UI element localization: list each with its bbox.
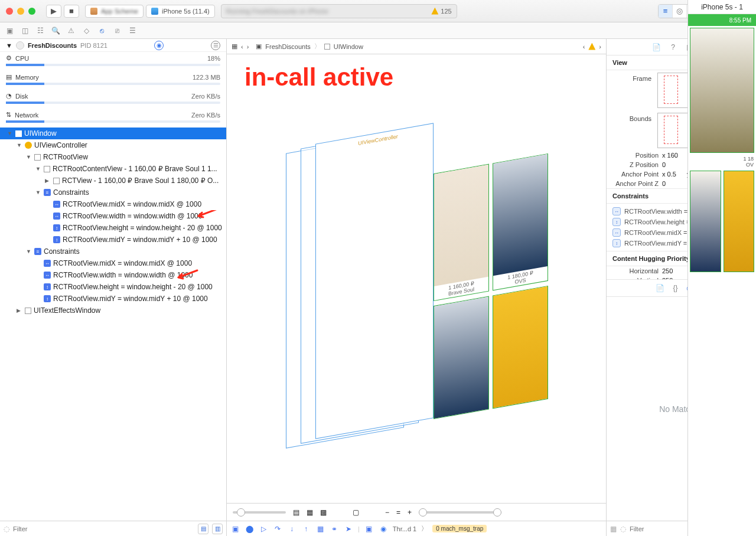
options-icon[interactable]: ☰ — [211, 41, 220, 50]
tree-constraint-height-2[interactable]: ↕RCTRootView.height = window.height - 20… — [0, 281, 226, 293]
device-selector[interactable]: iPhone 5s (11.4) — [146, 5, 215, 18]
standard-editor-icon[interactable]: ≡ — [659, 5, 673, 18]
breadcrumb-window-icon — [324, 44, 330, 50]
library-view-icon[interactable]: ▦ — [610, 525, 617, 533]
issues-indicator[interactable]: 125 — [431, 8, 451, 15]
product-card-4[interactable] — [493, 286, 548, 409]
disk-metric[interactable]: ◔DiskZero KB/s — [0, 90, 226, 109]
stack-frame[interactable]: 0 mach_msg_trap — [432, 525, 487, 532]
thread-label[interactable]: Thr...d 1 — [393, 525, 416, 532]
grid-icon[interactable]: ▦ — [232, 43, 237, 50]
cpu-metric[interactable]: ⚙CPU18% — [0, 52, 226, 71]
layout-icon-2[interactable]: ▦ — [307, 508, 313, 517]
test-icon[interactable]: ◇ — [82, 26, 91, 35]
assistant-editor-icon[interactable]: ◎ — [673, 5, 687, 18]
tree-constraint-height[interactable]: ↕RCTRootView.height = window.height - 20… — [0, 222, 226, 234]
close-window-icon[interactable] — [6, 8, 13, 15]
zoom-reset-icon[interactable]: = — [396, 508, 400, 517]
navigator-filter-input[interactable] — [13, 525, 194, 532]
back-icon[interactable]: ‹ — [241, 43, 243, 50]
step-over-icon[interactable]: ↷ — [273, 524, 282, 534]
step-in-icon[interactable]: ↓ — [287, 524, 296, 534]
tree-constraints-2[interactable]: ▼≡Constraints — [0, 246, 226, 257]
tree-rctview[interactable]: ▶RCTView - 1 160,00 ₽ Brave Soul 1 180,0… — [0, 175, 226, 187]
filter-mode-icon-2[interactable]: ▥ — [212, 524, 223, 534]
tree-constraint-midx-2[interactable]: ↔RCTRootView.midX = window.midX @ 1000 — [0, 257, 226, 269]
product-card-3[interactable] — [434, 296, 489, 420]
debug-view-icon[interactable]: ▦ — [315, 524, 325, 534]
zoom-window-icon[interactable] — [28, 8, 35, 15]
sim-card[interactable] — [690, 171, 721, 272]
tree-constraint-width-2[interactable]: ↔RCTRootView.width = window.width @ 1000 — [0, 269, 226, 281]
filter-mode-icon-1[interactable]: ▤ — [198, 524, 208, 534]
tree-constraint-midy[interactable]: ↕RCTRootView.midY = window.midY + 10 @ 1… — [0, 234, 226, 246]
view-debugger-canvas[interactable]: in-call active UIViewController 1 160,00… — [227, 54, 606, 503]
record-icon[interactable]: ◉ — [154, 41, 164, 50]
tree-constraint-midy-2[interactable]: ↕RCTRootView.midY = window.midY + 10 @ 1… — [0, 293, 226, 305]
code-snippet-icon[interactable]: {} — [673, 284, 677, 292]
forward-icon[interactable]: › — [247, 43, 249, 50]
tree-rctroot[interactable]: ▼RCTRootView — [0, 151, 226, 163]
tree-uiwindow[interactable]: ▼UIWindow — [0, 128, 226, 139]
product-card-2[interactable]: 1 180,00 ₽OVS — [493, 153, 548, 291]
issue-icon[interactable]: ⚠ — [66, 26, 76, 35]
file-inspector-icon[interactable]: 📄 — [651, 42, 662, 53]
stop-button[interactable]: ■ — [64, 5, 79, 18]
app-icon — [90, 8, 97, 15]
debug-toggle-icon[interactable]: ▣ — [230, 524, 240, 534]
view-icon[interactable]: ▢ — [353, 508, 359, 517]
warning-badge-icon[interactable] — [588, 43, 595, 50]
activity-status: Running FreshDiscounts on iPhone 125 — [221, 4, 457, 18]
hierarchy-icon[interactable]: ☷ — [35, 26, 45, 35]
thread-icon[interactable]: ◉ — [379, 524, 388, 534]
help-inspector-icon[interactable]: ? — [668, 42, 679, 53]
navigator-selector-bar: ▣ ◫ ☷ 🔍 ⚠ ◇ ⎋ ⎚ ☰ — [0, 22, 756, 39]
zoom-out-icon[interactable]: − — [385, 508, 389, 517]
prev-issue-icon[interactable]: ‹ — [583, 43, 585, 50]
tree-constraint-width[interactable]: ↔RCTRootView.width = window.width @ 1000 — [0, 210, 226, 222]
product-card-1[interactable]: 1 160,00 ₽Brave Soul — [434, 164, 489, 302]
memory-metric[interactable]: ▤Memory122.3 MB — [0, 71, 226, 90]
breadcrumb-app[interactable]: FreshDiscounts — [265, 43, 310, 50]
location-icon[interactable]: ➤ — [344, 524, 353, 534]
disclosure-icon[interactable]: ▼ — [6, 42, 12, 49]
process-icon-small[interactable]: ▣ — [364, 524, 374, 534]
layer-front[interactable]: UIViewController — [315, 123, 434, 439]
jump-bar[interactable]: ▦ ‹ › ▣ FreshDiscounts 〉 UIWindow ‹ › — [227, 39, 606, 54]
editor-area: ▦ ‹ › ▣ FreshDiscounts 〉 UIWindow ‹ › in… — [227, 39, 606, 536]
minimize-window-icon[interactable] — [17, 8, 24, 15]
tree-constraints-1[interactable]: ▼≡Constraints — [0, 187, 226, 198]
simulator-statusbar: 8:55 PM — [688, 14, 756, 26]
file-template-icon[interactable]: 📄 — [656, 284, 664, 292]
tree-rctcontent[interactable]: ▼RCTRootContentView - 1 160,00 ₽ Brave S… — [0, 163, 226, 175]
sim-card[interactable] — [724, 171, 755, 272]
zoom-in-icon[interactable]: + — [408, 508, 412, 517]
folder-icon[interactable]: ▣ — [5, 26, 14, 35]
depth-slider[interactable] — [233, 511, 286, 514]
device-icon — [151, 8, 158, 15]
scheme-selector[interactable]: App Scheme — [85, 5, 144, 18]
layout-icon-3[interactable]: ▩ — [320, 508, 327, 517]
annotation-arrow-2 — [175, 269, 198, 281]
tree-constraint-midx[interactable]: ↔RCTRootView.midX = window.midX @ 1000 — [0, 198, 226, 210]
report-icon[interactable]: ☰ — [128, 26, 137, 35]
breadcrumb-window[interactable]: UIWindow — [334, 43, 363, 50]
search-icon[interactable]: 🔍 — [51, 26, 60, 35]
run-button[interactable]: ▶ — [46, 5, 61, 18]
process-row[interactable]: ▼ FreshDiscounts PID 8121 ◉ ☰ — [0, 39, 226, 52]
sim-card[interactable] — [690, 28, 754, 153]
step-out-icon[interactable]: ↑ — [301, 524, 311, 534]
breakpoint-toggle-icon[interactable]: ⬤ — [245, 524, 254, 534]
process-icon — [16, 41, 24, 50]
breakpoint-icon[interactable]: ⎚ — [112, 26, 122, 35]
next-issue-icon[interactable]: › — [599, 43, 601, 50]
symbol-icon[interactable]: ◫ — [20, 26, 30, 35]
continue-icon[interactable]: ▷ — [259, 524, 268, 534]
debug-icon[interactable]: ⎋ — [97, 26, 106, 35]
memory-graph-icon[interactable]: ⚭ — [330, 524, 339, 534]
tree-uivc[interactable]: ▼UIViewController — [0, 139, 226, 151]
network-metric[interactable]: ⇅NetworkZero KB/s — [0, 109, 226, 128]
layout-icon-1[interactable]: ▤ — [293, 508, 299, 517]
tree-uitexteffects[interactable]: ▶UITextEffectsWindow — [0, 305, 226, 316]
range-slider[interactable] — [419, 511, 501, 514]
